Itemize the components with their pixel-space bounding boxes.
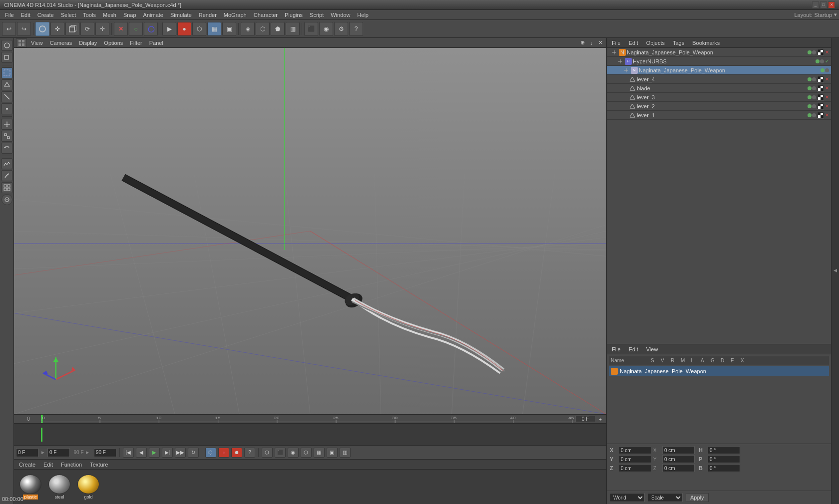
rotate-left-button[interactable] [1,143,12,154]
scale-button[interactable] [1,131,12,142]
coord-z-pos-field[interactable] [619,464,651,472]
menu-simulate[interactable]: Simulate [167,11,195,19]
coord-x-pos-field[interactable] [619,446,651,454]
material-gold[interactable]: gold [76,475,101,500]
viewport-options-menu[interactable]: Options [101,39,126,47]
coord-space-dropdown[interactable]: World Object Camera [610,493,645,502]
close-button[interactable]: ✕ [828,1,835,8]
auto-key-button[interactable]: ⏺ [231,448,242,458]
paint-button[interactable] [1,194,12,205]
timeline-btn[interactable]: ⬛ [275,448,286,458]
menu-plugins[interactable]: Plugins [282,11,306,19]
om-file-menu[interactable]: File [610,39,623,46]
render2-button[interactable]: ▣ [222,22,236,36]
menu-snap[interactable]: Snap [120,11,139,19]
mat-function-menu[interactable]: Function [59,461,84,468]
viewport-icon-2[interactable]: ↓ [587,39,595,47]
menu-render[interactable]: Render [196,11,220,19]
key-all-button[interactable]: ⬡ [205,448,216,458]
viewport-cameras-menu[interactable]: Cameras [47,39,75,47]
record-anim-button[interactable]: ● [218,448,229,458]
fcurve-button[interactable]: ⬡ [262,448,273,458]
om-close-lever1[interactable]: ✕ [825,112,829,118]
om-row-blade[interactable]: blade ✕ [607,84,831,93]
xray-x-button[interactable]: ✕ [114,22,128,36]
terrain-button[interactable] [1,158,12,169]
maximize-button[interactable]: □ [820,1,827,8]
key-button[interactable]: ? [244,448,255,458]
loop-button[interactable]: ↻ [188,448,199,458]
menu-animate[interactable]: Animate [140,11,166,19]
attr-view-menu[interactable]: View [644,346,660,353]
layer-btn[interactable]: ⬡ [301,448,312,458]
play-button[interactable]: ▶ [149,448,160,458]
mat-texture-menu[interactable]: Texture [88,461,110,468]
poly-button[interactable] [1,79,12,90]
motion-btn[interactable]: ◉ [288,448,299,458]
step-back-button[interactable]: ◀ [136,448,147,458]
snap-button[interactable]: ⬛ [304,22,318,36]
attr-edit-menu[interactable]: Edit [627,346,640,353]
step-forward-button[interactable]: ▶| [162,448,173,458]
attr-file-menu[interactable]: File [610,346,623,353]
xray-y-button[interactable]: ○ [129,22,143,36]
timeline-playhead[interactable] [41,428,42,442]
display3-button[interactable]: ⬟ [271,22,285,36]
record-button[interactable]: ● [177,22,191,36]
current-frame-input[interactable] [47,448,70,457]
material-steel[interactable]: steel [47,475,72,500]
coord-apply-button[interactable]: Apply [686,493,709,502]
rotate-button[interactable]: ⟳ [80,22,94,36]
om-row-lever3[interactable]: lever_3 ✕ [607,93,831,102]
menu-edit[interactable]: Edit [18,11,33,19]
om-close-lever3[interactable]: ✕ [825,94,829,100]
om-row-lever1[interactable]: lever_1 ✕ [607,111,831,120]
om-objects-menu[interactable]: Objects [644,39,667,46]
timeline-track[interactable] [14,424,606,445]
viewport-icon-1[interactable]: ⊕ [578,39,586,47]
om-close-lever4[interactable]: ✕ [825,76,829,82]
menu-select[interactable]: Select [58,11,79,19]
edge-button[interactable] [1,91,12,102]
menu-mesh[interactable]: Mesh [100,11,119,19]
viewport-menu-icon[interactable] [16,38,27,47]
menu-mograph[interactable]: MoGraph [221,11,250,19]
redo-button[interactable]: ↪ [17,22,31,36]
go-to-start-button[interactable]: |◀ [123,448,134,458]
om-row-lever2[interactable]: lever_2 ✕ [607,102,831,111]
menu-script[interactable]: Script [307,11,327,19]
viewport-filter-menu[interactable]: Filter [127,39,145,47]
mode-edit-button[interactable] [1,52,12,63]
coord-y-size-field[interactable] [662,455,695,463]
coord-b-field[interactable] [708,464,740,472]
xray-z-button[interactable]: ◯ [144,22,158,36]
go-to-end-button[interactable]: ▶▶ [175,448,186,458]
menu-character[interactable]: Character [251,11,281,19]
coord-y-pos-field[interactable] [619,455,651,463]
coord-z-size-field[interactable] [662,464,695,472]
menu-create[interactable]: Create [34,11,57,19]
om-bookmarks-menu[interactable]: Bookmarks [690,39,722,46]
om-close-1[interactable]: ✕ [825,49,829,55]
video-btn[interactable]: ▥ [340,448,351,458]
minimize-button[interactable]: _ [812,1,819,8]
display1-button[interactable]: ◈ [241,22,255,36]
render-button[interactable]: ▦ [207,22,221,36]
menu-help[interactable]: Help [354,11,372,19]
select-all-button[interactable] [1,67,12,78]
viewport-panel-menu[interactable]: Panel [146,39,166,47]
clip-btn[interactable]: ▣ [327,448,338,458]
viewport-view-menu[interactable]: View [28,39,46,47]
viewport-display-menu[interactable]: Display [76,39,100,47]
mat-create-menu[interactable]: Create [17,461,37,468]
coord-x-size-field[interactable] [662,446,695,454]
end-frame-field[interactable] [94,448,116,457]
grid-button[interactable] [1,182,12,193]
om-row-lever4[interactable]: lever_4 ✕ [607,75,831,84]
coord-p-field[interactable] [708,455,740,463]
om-tags-menu[interactable]: Tags [671,39,686,46]
viewport[interactable]: Perspective [14,48,606,414]
attr-selected-row[interactable]: Naginata_Japanese_Pole_Weapon [609,366,829,376]
om-edit-menu[interactable]: Edit [627,39,640,46]
material-plastic[interactable]: plastic [18,475,43,500]
